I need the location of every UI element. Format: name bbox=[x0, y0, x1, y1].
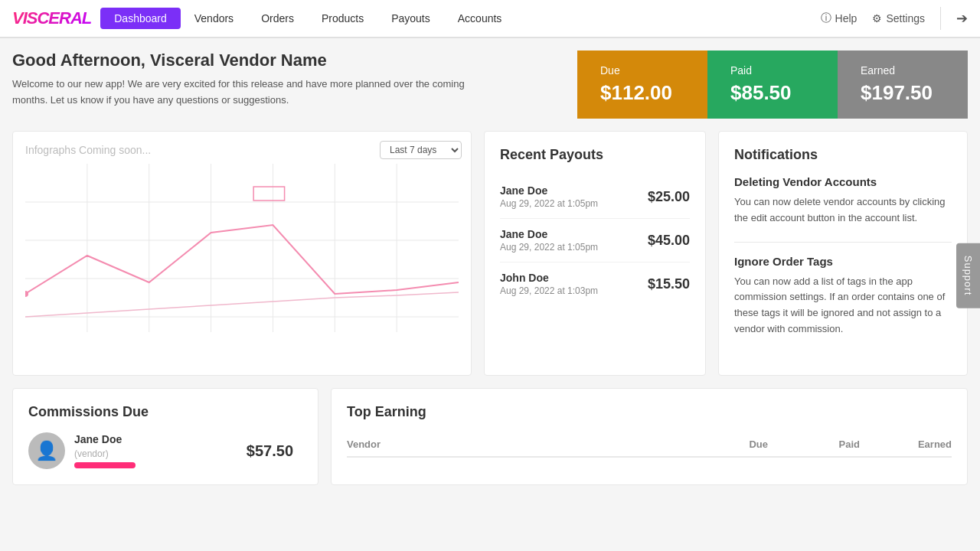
avatar: 👤 bbox=[28, 432, 65, 469]
payout-item-0: Jane Doe Aug 29, 2022 at 1:05pm $25.00 bbox=[500, 175, 690, 219]
payout-item-1: Jane Doe Aug 29, 2022 at 1:05pm $45.00 bbox=[500, 219, 690, 262]
payout-item-2: John Doe Aug 29, 2022 at 1:03pm $15.50 bbox=[500, 262, 690, 305]
payout-name-1: Jane Doe bbox=[500, 228, 598, 240]
stat-earned-label: Earned bbox=[861, 64, 945, 77]
payout-amount-0: $25.00 bbox=[648, 189, 690, 205]
panels-row: Infographs Coming soon... Last 7 days La… bbox=[12, 131, 968, 376]
notification-text-0: You can now delete vendor accounts by cl… bbox=[734, 194, 952, 227]
nav-orders[interactable]: Orders bbox=[247, 8, 308, 29]
nav-dashboard[interactable]: Dashboard bbox=[100, 8, 181, 29]
stat-paid-label: Paid bbox=[730, 64, 815, 77]
commission-name-0: Jane Doe bbox=[74, 433, 136, 445]
notifications-title: Notifications bbox=[734, 147, 952, 163]
commission-progress-bar bbox=[74, 462, 136, 468]
nav-payouts[interactable]: Payouts bbox=[377, 8, 444, 29]
expand-button[interactable]: ➔ bbox=[956, 10, 968, 27]
payout-date-0: Aug 29, 2022 at 1:05pm bbox=[500, 198, 598, 209]
notification-title-1: Ignore Order Tags bbox=[734, 255, 952, 268]
support-tab[interactable]: Support bbox=[956, 243, 980, 308]
greeting-section: Good Afternoon, Visceral Vendor Name Wel… bbox=[12, 51, 472, 109]
stat-due-value: $112.00 bbox=[600, 81, 684, 105]
commission-sub-0: (vendor) bbox=[74, 448, 136, 459]
settings-button[interactable]: ⚙ Settings bbox=[872, 12, 925, 24]
notification-text-1: You can now add a list of tags in the ap… bbox=[734, 274, 952, 337]
stat-due-label: Due bbox=[600, 64, 684, 77]
commission-info: Jane Doe (vendor) bbox=[74, 433, 136, 468]
settings-label: Settings bbox=[886, 12, 925, 24]
top-earning-title: Top Earning bbox=[347, 404, 952, 420]
commissions-title: Commissions Due bbox=[28, 404, 302, 420]
commission-amount-0: $57.50 bbox=[247, 442, 293, 460]
greeting-text: Welcome to our new app! We are very exci… bbox=[12, 77, 472, 109]
nav-divider bbox=[940, 7, 941, 30]
chart-area bbox=[25, 164, 459, 332]
stat-due: Due $112.00 bbox=[577, 51, 707, 119]
chart-period-select[interactable]: Last 7 days Last 30 days Last 90 days bbox=[380, 141, 462, 159]
top-earning-panel: Top Earning Vendor Due Paid Earned bbox=[331, 388, 968, 485]
commissions-panel: Commissions Due 👤 Jane Doe (vendor) $57.… bbox=[12, 388, 318, 485]
payout-name-2: John Doe bbox=[500, 272, 598, 284]
col-paid: Paid bbox=[768, 439, 860, 450]
notifications-panel: Notifications Deleting Vendor Accounts Y… bbox=[718, 131, 968, 376]
greeting-title: Good Afternoon, Visceral Vendor Name bbox=[12, 51, 472, 70]
bottom-row: Commissions Due 👤 Jane Doe (vendor) $57.… bbox=[12, 388, 968, 485]
col-due: Due bbox=[676, 439, 768, 450]
payouts-title: Recent Payouts bbox=[500, 147, 690, 163]
stat-paid: Paid $85.50 bbox=[707, 51, 838, 119]
svg-rect-10 bbox=[253, 187, 284, 201]
main-content: Good Afternoon, Visceral Vendor Name Wel… bbox=[0, 38, 980, 497]
logo: VISCERAL bbox=[12, 8, 91, 28]
payout-amount-2: $15.50 bbox=[648, 276, 690, 292]
payout-name-0: Jane Doe bbox=[500, 184, 598, 197]
chart-label: Infographs Coming soon... bbox=[25, 144, 151, 156]
notification-title-0: Deleting Vendor Accounts bbox=[734, 175, 952, 188]
top-row: Good Afternoon, Visceral Vendor Name Wel… bbox=[12, 51, 968, 119]
help-label: Help bbox=[835, 12, 858, 24]
stat-earned: Earned $197.50 bbox=[838, 51, 968, 119]
payout-date-2: Aug 29, 2022 at 1:03pm bbox=[500, 285, 598, 296]
notification-item-0: Deleting Vendor Accounts You can now del… bbox=[734, 175, 952, 227]
commission-item-0: 👤 Jane Doe (vendor) $57.50 bbox=[28, 432, 302, 469]
table-header: Vendor Due Paid Earned bbox=[347, 432, 952, 458]
payout-amount-1: $45.00 bbox=[648, 233, 690, 249]
chart-panel: Infographs Coming soon... Last 7 days La… bbox=[12, 131, 472, 376]
stat-paid-value: $85.50 bbox=[730, 81, 815, 105]
help-button[interactable]: ⓘ Help bbox=[821, 11, 858, 25]
navbar: VISCERAL Dashboard Vendors Orders Produc… bbox=[0, 0, 980, 38]
payout-date-1: Aug 29, 2022 at 1:05pm bbox=[500, 242, 598, 253]
gear-icon: ⚙ bbox=[872, 12, 882, 24]
col-earned: Earned bbox=[860, 439, 952, 450]
notification-divider bbox=[734, 242, 952, 243]
nav-accounts[interactable]: Accounts bbox=[444, 8, 516, 29]
nav-products[interactable]: Products bbox=[308, 8, 377, 29]
nav-vendors[interactable]: Vendors bbox=[181, 8, 247, 29]
notification-item-1: Ignore Order Tags You can now add a list… bbox=[734, 255, 952, 337]
nav-right: ⓘ Help ⚙ Settings ➔ bbox=[821, 7, 968, 30]
stat-cards: Due $112.00 Paid $85.50 Earned $197.50 bbox=[577, 51, 968, 119]
stat-earned-value: $197.50 bbox=[861, 81, 945, 105]
payouts-panel: Recent Payouts Jane Doe Aug 29, 2022 at … bbox=[484, 131, 706, 376]
help-icon: ⓘ bbox=[821, 11, 831, 25]
user-icon: 👤 bbox=[35, 440, 58, 461]
col-vendor: Vendor bbox=[347, 439, 676, 450]
chart-controls: Last 7 days Last 30 days Last 90 days bbox=[380, 141, 462, 159]
